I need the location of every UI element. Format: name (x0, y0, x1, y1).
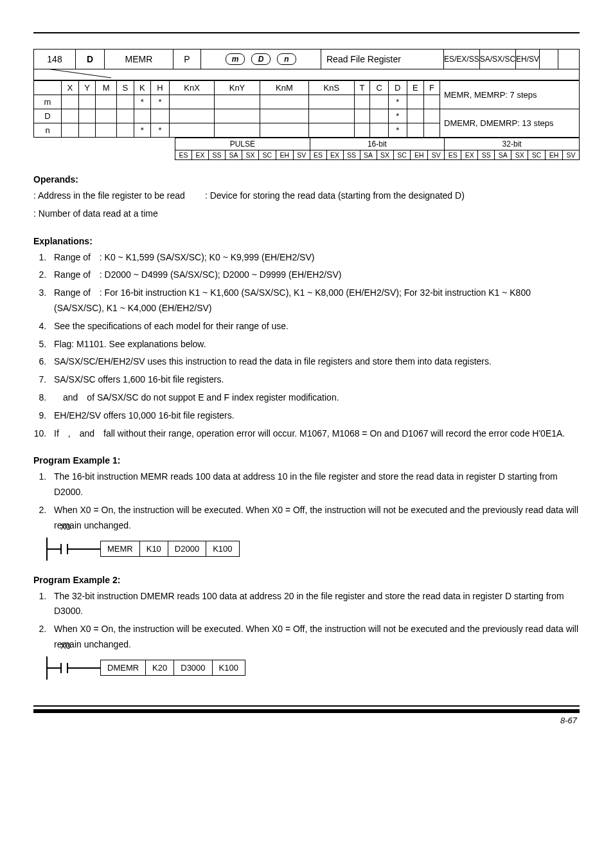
controllers-cell: ES/EX/SS SA/SX/SC EH/SV (444, 50, 579, 69)
list-item: The 16-bit instruction MEMR reads 100 da… (49, 469, 580, 500)
explanations-list: Range of : K0 ~ K1,599 (SA/SX/SC); K0 ~ … (33, 250, 580, 442)
list-item: and of SA/SX/SC do not suppot E and F in… (49, 390, 580, 406)
contact-icon (60, 663, 68, 673)
inst-p2: D2000 (168, 541, 206, 556)
pe2-list: The 32-bit instruction DMEMR reads 100 d… (33, 589, 580, 653)
steps-top: MEMR, MEMRP: 7 steps (440, 81, 580, 109)
operand-d-icon: D (251, 53, 271, 65)
operands-line2: : Number of data read at a time (33, 206, 580, 222)
list-item: Range of : D2000 ~ D4999 (SA/SX/SC); D20… (49, 267, 580, 283)
ctrl-sa: SA/SX/SC (480, 50, 516, 69)
pe2-ladder: X0 DMEMR K20 D3000 K100 (46, 656, 580, 680)
inst-p1: K20 (146, 660, 174, 675)
page-footer: 8-67 (33, 705, 580, 725)
ctrl-es: ES/EX/SS (444, 50, 480, 69)
ctrl-blank1 (540, 50, 558, 69)
instruction-box: DMEMR K20 D3000 K100 (100, 660, 245, 676)
list-item: Range of : K0 ~ K1,599 (SA/SX/SC); K0 ~ … (49, 250, 580, 266)
list-item: If , and fall without their range, opera… (49, 426, 580, 442)
page-container: 148 D MEMR P m D n Read File Register ES… (8, 0, 605, 738)
list-item: EH/EH2/SV offers 10,000 16-bit file regi… (49, 408, 580, 424)
api-d-flag: D (76, 50, 105, 69)
inst-p1: K10 (140, 541, 168, 556)
inst-name: DMEMR (101, 660, 146, 675)
inst-p3: K100 (206, 541, 238, 556)
operands-heading: Operands: (33, 174, 580, 185)
api-header: 148 D MEMR P m D n Read File Register ES… (33, 49, 580, 160)
inst-p2: D3000 (174, 660, 212, 675)
list-item: The 32-bit instruction DMEMR reads 100 d… (49, 589, 580, 620)
operand-table: X Y M S K H KnX KnY KnM KnS T C D E F ME… (33, 80, 580, 138)
ctrl-blank2 (558, 50, 579, 69)
explanations-heading: Explanations: (33, 236, 580, 246)
pe1-heading: Program Example 1: (33, 455, 580, 466)
list-item: SA/SX/SC/EH/EH2/SV uses this instruction… (49, 354, 580, 370)
api-operands: m D n (201, 50, 321, 69)
pe2-heading: Program Example 2: (33, 575, 580, 585)
optable-row-d: D * DMEMR, DMEMRP: 13 steps (34, 109, 580, 123)
list-item: Flag: M1101. See explanations below. (49, 337, 580, 352)
contact-label: X0 (60, 522, 71, 532)
list-item: SA/SX/SC offers 1,600 16-bit file regist… (49, 372, 580, 388)
list-item: See the specifications of each model for… (49, 319, 580, 334)
instruction-box: MEMR K10 D2000 K100 (100, 541, 240, 557)
inst-name: MEMR (101, 541, 140, 556)
operand-n-icon: n (277, 53, 296, 65)
api-description: Read File Register (321, 50, 444, 69)
api-number: 148 (34, 50, 76, 69)
optable-header-row: X Y M S K H KnX KnY KnM KnS T C D E F ME… (34, 81, 580, 95)
page-number: 8-67 (33, 716, 580, 725)
operand-m-icon: m (226, 53, 245, 65)
inst-p3: K100 (213, 660, 245, 675)
api-name: MEMR (105, 50, 173, 69)
diag-spacer (33, 69, 580, 80)
api-p-flag: P (173, 50, 201, 69)
ctrl-eh: EH/SV (516, 50, 540, 69)
pulse-table: PULSE 16-bit 32-bit ESEXSSSASXSCEHSV ESE… (175, 138, 580, 160)
top-divider (33, 32, 580, 33)
list-item: Range of : For 16-bit instruction K1 ~ K… (49, 285, 580, 316)
contact-label: X0 (60, 641, 71, 651)
pe1-list: The 16-bit instruction MEMR reads 100 da… (33, 469, 580, 533)
contact-icon (60, 544, 68, 554)
list-item: When X0 = On, the instruction will be ex… (49, 622, 580, 653)
operands-line1: : Address in the file register to be rea… (33, 188, 580, 204)
optable-corner (34, 81, 62, 95)
list-item: When X0 = On, the instruction will be ex… (49, 503, 580, 534)
steps-bottom: DMEMR, DMEMRP: 13 steps (440, 109, 580, 138)
pe1-ladder: X0 MEMR K10 D2000 K100 (46, 538, 580, 561)
